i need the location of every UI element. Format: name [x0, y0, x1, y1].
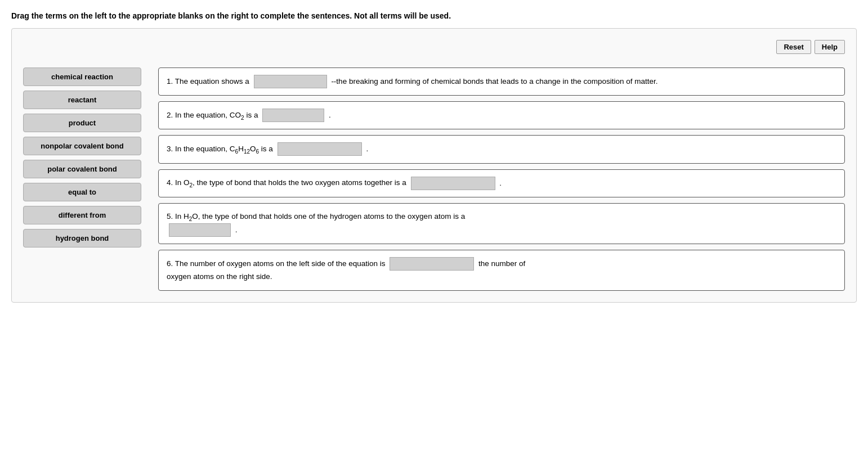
term-hydrogen-bond[interactable]: hydrogen bond [23, 229, 141, 248]
sentence-3-text-before: 3. In the equation, C6H12O6 is a [167, 145, 275, 153]
sentence-3: 3. In the equation, C6H12O6 is a . [158, 135, 845, 163]
sentence-1: 1. The equation shows a --the breaking a… [158, 68, 845, 96]
term-equal-to[interactable]: equal to [23, 183, 141, 201]
term-chemical-reaction[interactable]: chemical reaction [23, 68, 141, 86]
sentences-column: 1. The equation shows a --the breaking a… [158, 68, 845, 291]
sentence-4-text-after: . [499, 178, 502, 187]
sentence-5: 5. In H2O, the type of bond that holds o… [158, 203, 845, 245]
sentence-4-text-before: 4. In O2, the type of bond that holds th… [167, 178, 409, 187]
sentence-2-text-before: 2. In the equation, CO2 is a [167, 111, 260, 119]
sentence-1-text-before: 1. The equation shows a [167, 77, 252, 86]
term-product[interactable]: product [23, 114, 141, 132]
blank-5[interactable] [169, 223, 231, 237]
blank-2[interactable] [262, 109, 324, 122]
top-buttons-bar: Reset Help [23, 40, 845, 54]
sentence-3-text-after: . [366, 145, 368, 153]
sentence-5-text-after: . [235, 226, 238, 234]
sentence-2: 2. In the equation, CO2 is a . [158, 101, 845, 129]
blank-4[interactable] [411, 177, 495, 190]
term-polar-covalent-bond[interactable]: polar covalent bond [23, 160, 141, 178]
instruction-text: Drag the terms on the left to the approp… [11, 11, 857, 20]
blank-3[interactable] [278, 142, 362, 156]
term-reactant[interactable]: reactant [23, 91, 141, 109]
sentence-4: 4. In O2, the type of bond that holds th… [158, 169, 845, 197]
sentence-2-text-after: . [329, 111, 331, 119]
help-button[interactable]: Help [815, 40, 845, 54]
main-content: chemical reaction reactant product nonpo… [23, 68, 845, 291]
sentence-6-text-before: 6. The number of oxygen atoms on the lef… [167, 259, 387, 268]
sentence-6: 6. The number of oxygen atoms on the lef… [158, 250, 845, 291]
sentence-1-text-after: --the breaking and forming of chemical b… [331, 77, 657, 86]
term-nonpolar-covalent-bond[interactable]: nonpolar covalent bond [23, 137, 141, 155]
term-different-from[interactable]: different from [23, 206, 141, 224]
reset-button[interactable]: Reset [776, 40, 811, 54]
activity-container: Reset Help chemical reaction reactant pr… [11, 28, 857, 303]
blank-6[interactable] [390, 257, 474, 271]
terms-column: chemical reaction reactant product nonpo… [23, 68, 141, 248]
blank-1[interactable] [254, 75, 327, 88]
sentence-5-text-before: 5. In H2O, the type of bond that holds o… [167, 212, 465, 220]
